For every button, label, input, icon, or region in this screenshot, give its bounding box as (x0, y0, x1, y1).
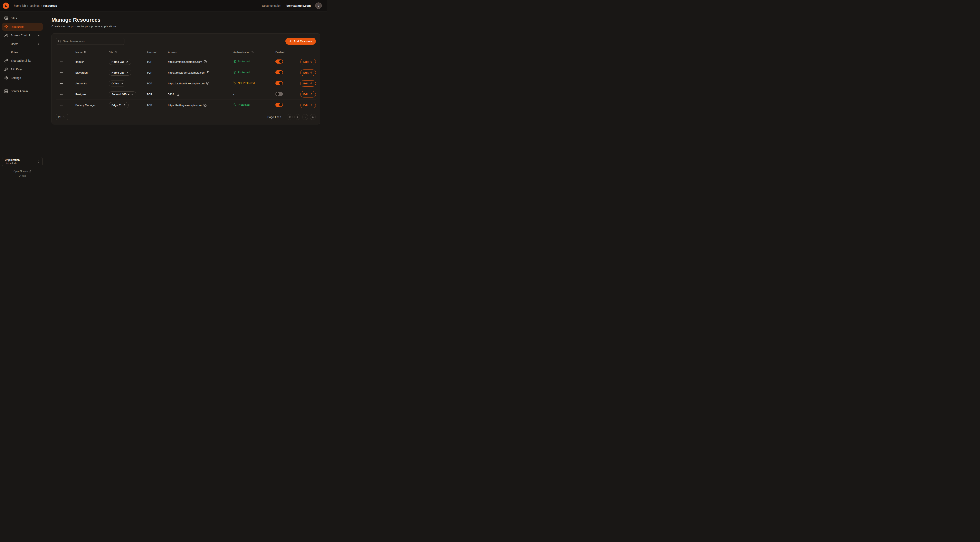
first-page-button[interactable] (286, 114, 293, 120)
pangolin-logo[interactable] (2, 2, 10, 9)
copy-button[interactable] (204, 104, 207, 107)
sites-icon (4, 16, 8, 20)
sidebar-item-users[interactable]: Users (2, 40, 43, 48)
enabled-toggle[interactable] (275, 103, 283, 107)
organization-selector[interactable]: Organization Home Lab (2, 157, 43, 166)
edit-button[interactable]: Edit (300, 91, 316, 97)
row-menu-button[interactable] (56, 71, 75, 74)
sidebar-item-server-admin[interactable]: Server Admin (2, 87, 43, 95)
arrow-right-icon (310, 104, 313, 107)
last-page-button[interactable] (310, 114, 316, 120)
sidebar-divider (0, 84, 45, 85)
row-menu-button[interactable] (56, 104, 75, 107)
copy-button[interactable] (206, 82, 209, 85)
table-row: Authentik Office TCP https://authentik.e… (56, 78, 316, 89)
column-header-protocol: Protocol (147, 51, 168, 54)
documentation-link[interactable]: Documentation (262, 4, 281, 7)
organization-value: Home Lab (5, 162, 37, 165)
enabled-toggle[interactable] (275, 59, 283, 64)
sidebar-item-sites[interactable]: Sites (2, 14, 43, 22)
search-input[interactable] (56, 38, 124, 45)
link-icon (4, 59, 8, 62)
chevron-down-icon (63, 116, 65, 118)
add-resource-label: Add Resource (294, 40, 312, 43)
sidebar-item-label: Sites (11, 16, 17, 20)
column-header-name: Name (75, 51, 109, 54)
table-row: Bitwarden Home Lab TCP https://bitwarden… (56, 67, 316, 78)
sidebar-item-resources[interactable]: Resources (2, 23, 43, 31)
previous-page-button[interactable] (294, 114, 300, 120)
add-resource-button[interactable]: Add Resource (285, 38, 316, 45)
row-menu-button[interactable] (56, 82, 75, 85)
arrow-right-icon (310, 82, 313, 85)
edit-button[interactable]: Edit (300, 102, 316, 108)
sidebar-item-settings[interactable]: Settings (2, 74, 43, 82)
page-subtitle: Create secure proxies to your private ap… (51, 25, 320, 28)
sort-icon[interactable] (84, 51, 86, 54)
site-name: Home Lab (111, 60, 124, 63)
user-email[interactable]: joe@example.com (286, 4, 311, 7)
site-link-button[interactable]: Office (109, 81, 126, 86)
copy-icon (206, 82, 209, 85)
sidebar-item-label: Access Control (11, 34, 30, 37)
chevron-left-icon (296, 116, 299, 118)
copy-icon (204, 104, 207, 107)
ellipsis-icon (60, 104, 63, 107)
site-name: Second Office (111, 93, 129, 96)
edit-button[interactable]: Edit (300, 80, 316, 87)
site-link-button[interactable]: Edge 01 (109, 102, 129, 108)
edit-button[interactable]: Edit (300, 59, 316, 65)
resource-protocol: TCP (147, 82, 168, 85)
breadcrumb-settings[interactable]: settings (30, 4, 40, 7)
chevron-right-icon (37, 42, 40, 46)
auth-status-label: Protected (238, 71, 250, 74)
copy-button[interactable] (176, 93, 179, 96)
sort-icon[interactable] (115, 51, 117, 54)
edit-label: Edit (303, 71, 309, 74)
chevrons-up-down-icon (37, 160, 40, 163)
site-name: Home Lab (111, 71, 124, 74)
sidebar-item-access-control[interactable]: Access Control (2, 32, 43, 39)
arrow-up-right-icon (126, 71, 129, 74)
resource-name: Immich (75, 60, 109, 63)
breadcrumb-org[interactable]: home-lab (14, 4, 26, 7)
search-icon (58, 40, 61, 43)
gear-icon (4, 76, 8, 80)
sidebar-item-api-keys[interactable]: API Keys (2, 65, 43, 73)
sidebar-item-shareable-links[interactable]: Shareable Links (2, 57, 43, 65)
edit-button[interactable]: Edit (300, 70, 316, 76)
resource-name: Postgres (75, 93, 109, 96)
copy-button[interactable] (204, 60, 207, 63)
open-source-link[interactable]: Open Source (13, 170, 31, 173)
enabled-toggle[interactable] (275, 81, 283, 85)
resources-table: Name Site Protocol Access Authentication… (56, 48, 316, 110)
next-page-button[interactable] (302, 114, 308, 120)
edit-label: Edit (303, 60, 309, 63)
key-icon (4, 67, 8, 71)
sidebar-item-roles[interactable]: Roles (2, 48, 43, 56)
row-menu-button[interactable] (56, 60, 75, 64)
copy-button[interactable] (207, 71, 210, 74)
shield-check-icon (233, 71, 236, 74)
auth-status-label: Not Protected (238, 81, 255, 84)
site-link-button[interactable]: Home Lab (109, 59, 131, 65)
resource-protocol: TCP (147, 71, 168, 74)
plus-icon (289, 40, 292, 43)
avatar[interactable]: J (315, 2, 322, 9)
resource-protocol: TCP (147, 93, 168, 96)
arrow-right-icon (310, 93, 313, 96)
ellipsis-icon (60, 60, 63, 64)
site-link-button[interactable]: Second Office (109, 91, 136, 97)
page-size-select[interactable]: 20 (56, 114, 68, 120)
copy-icon (204, 60, 207, 63)
row-menu-button[interactable] (56, 92, 75, 96)
site-link-button[interactable]: Home Lab (109, 70, 131, 76)
arrow-up-right-icon (121, 82, 123, 85)
breadcrumb-resources[interactable]: resources (43, 4, 57, 7)
auth-status-label: Protected (238, 103, 250, 106)
enabled-toggle[interactable] (275, 92, 283, 96)
chevrons-right-icon (312, 116, 314, 118)
enabled-toggle[interactable] (275, 70, 283, 74)
sort-icon[interactable] (251, 51, 254, 54)
sidebar-item-label: Server Admin (11, 89, 28, 93)
